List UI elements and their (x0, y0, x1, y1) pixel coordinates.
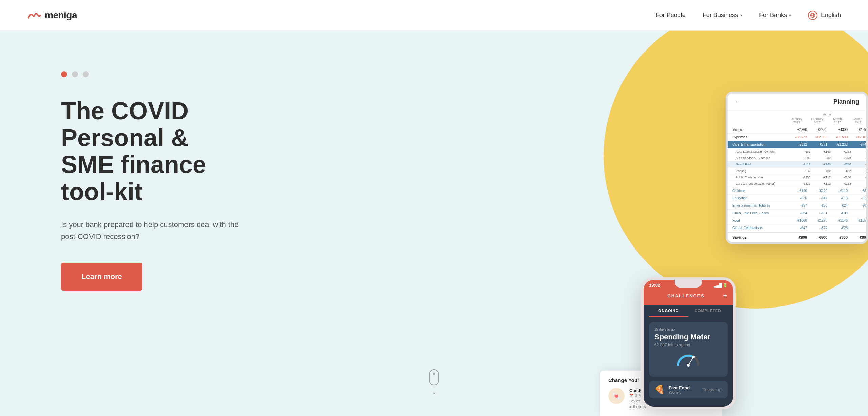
scroll-chevron-icon: ⌄ (432, 388, 437, 396)
hero-title: The COVID Personal & SME finance tool-ki… (61, 98, 244, 205)
table-row: Expenses -€3.272 -€2.363 -€2.599 -€2.166 (728, 134, 866, 141)
scroll-mouse-icon (429, 369, 439, 385)
tab-ongoing[interactable]: ONGOING (649, 305, 688, 317)
tablet-body: Actual January 2017 February 2017 March (728, 111, 866, 242)
table-row: Auto Service & Expenses -€85 -€32 -€320 … (728, 155, 866, 161)
logo[interactable]: meniga (27, 10, 77, 21)
phone-body: 15 days to go Spending Meter €2.087 left… (644, 317, 733, 407)
table-row: Public Transportation -€230 -€112 -€280 … (728, 174, 866, 181)
navbar: meniga For People For Business ▾ For Ban… (0, 0, 868, 31)
svg-line-4 (688, 357, 693, 365)
food-emoji: 🍕 (654, 385, 665, 394)
hero-subtitle: Is your bank prepared to help customers … (61, 219, 244, 242)
table-row: Education -€36 -€47 -€18 -€22 (728, 195, 866, 202)
table-row: Income €4560 €4400 €4300 €4250 (728, 126, 866, 134)
carousel-dot-3[interactable] (83, 71, 89, 77)
nav-for-people[interactable]: For People (656, 12, 686, 19)
tablet-mockup: ← Planning Actual January 2017 (726, 92, 868, 244)
back-icon[interactable]: ← (734, 98, 741, 105)
table-row: Entertainment & Hobbies -€97 -€80 -€24 -… (728, 202, 866, 210)
spending-gauge (675, 352, 702, 369)
nav-for-business[interactable]: For Business ▾ (703, 12, 742, 19)
candy-icon: 🍬 (608, 388, 625, 404)
fast-food-info: Fast Food €65 left (669, 385, 698, 394)
tablet-header: ← Planning (728, 94, 866, 111)
learn-more-button[interactable]: Learn more (61, 263, 142, 291)
scroll-indicator: ⌄ (429, 369, 439, 396)
tab-completed[interactable]: COMPLETED (688, 305, 728, 317)
hero-section: The COVID Personal & SME finance tool-ki… (0, 31, 868, 416)
savings-row: Savings -€800 -€800 -€800 -€800 (728, 232, 866, 242)
table-month-headers: January 2017 February 2017 March 2017 Ma… (728, 117, 866, 126)
table-row: Parking -€32 -€32 -€32 -€280 (728, 168, 866, 174)
svg-point-5 (687, 364, 690, 367)
table-row: Fines, Late Fees, Loans -€64 -€31 -€38 0 (728, 210, 866, 217)
actual-label: Actual (787, 113, 868, 116)
phone-tabs: ONGOING COMPLETED (644, 305, 733, 317)
language-selector[interactable]: English (808, 11, 841, 20)
chevron-down-icon: ▾ (740, 13, 742, 18)
section-rows: Children -€140 -€120 -€110 -€59 Educatio… (728, 187, 866, 232)
table-row: Cars & Transportation (other) -€320 -€11… (728, 181, 866, 187)
signal-icon: ▂▄█ 🔋 (714, 283, 728, 288)
table-row: Food -€1560 -€1270 -€1146 -€1557 (728, 217, 866, 224)
phone-mockup: 19:02 ▂▄█ 🔋 CHALLENGES + ONGOING COMPLET… (641, 277, 736, 409)
table-row: Gas & Fuel -€112 -€280 -€280 -€35 (728, 161, 866, 168)
carousel-dot-2[interactable] (72, 71, 78, 77)
fast-food-card: 🍕 Fast Food €65 left 10 days to go (649, 381, 728, 398)
table-row-highlight: Cars & Transportation -€812 -€731 -€1.23… (728, 141, 866, 148)
logo-text: meniga (45, 10, 77, 21)
carousel-dots (61, 71, 244, 77)
logo-icon (27, 11, 41, 20)
chevron-down-icon: ▾ (789, 13, 791, 18)
table-row: Gifts & Celebrations -€47 -€74 -€23 (728, 224, 866, 232)
table-row: Auto Loan & Lease Payment -€32 -€163 -€1… (728, 148, 866, 155)
phone-notch (675, 280, 702, 288)
table-row: Children -€140 -€120 -€110 -€59 (728, 187, 866, 195)
phone-header: CHALLENGES + (644, 289, 733, 305)
hero-content: The COVID Personal & SME finance tool-ki… (0, 31, 305, 318)
carousel-dot-1[interactable] (61, 71, 67, 77)
spending-meter-card: 15 days to go Spending Meter €2.087 left… (649, 322, 728, 377)
globe-icon (808, 11, 817, 20)
plus-icon: + (723, 292, 728, 300)
gauge-container (654, 352, 722, 369)
nav-for-banks[interactable]: For Banks ▾ (759, 12, 791, 19)
nav-links: For People For Business ▾ For Banks ▾ En… (656, 11, 841, 20)
